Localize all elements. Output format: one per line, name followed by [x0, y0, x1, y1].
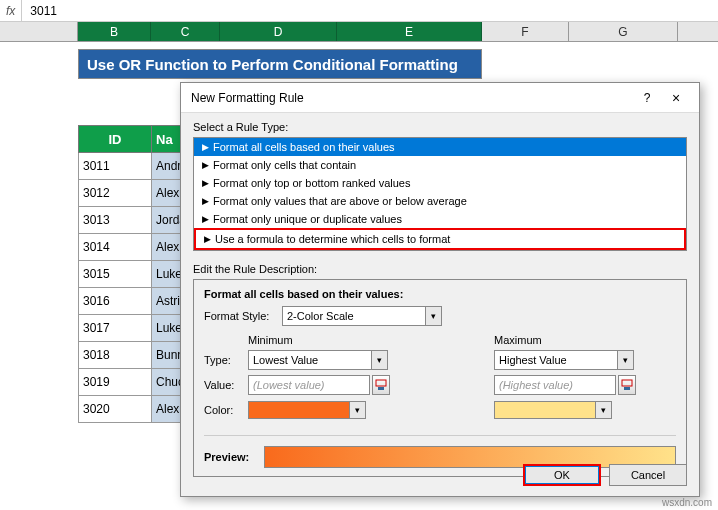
dialog-titlebar[interactable]: New Formatting Rule ? × [181, 83, 699, 113]
rule-item-cells-contain[interactable]: ▶Format only cells that contain [194, 156, 686, 174]
close-button[interactable]: × [659, 90, 693, 106]
select-rule-type-label: Select a Rule Type: [193, 121, 687, 133]
col-header-d[interactable]: D [220, 22, 337, 41]
chevron-down-icon: ▾ [617, 351, 633, 369]
format-style-label: Format Style: [204, 310, 282, 322]
fx-label[interactable]: fx [0, 0, 22, 21]
max-color-picker[interactable]: ▾ [494, 401, 612, 419]
triangle-icon: ▶ [202, 178, 209, 188]
formula-input[interactable]: 3011 [22, 4, 718, 18]
dialog-title-text: New Formatting Rule [191, 91, 635, 105]
min-value-input[interactable]: (Lowest value) [248, 375, 370, 395]
th-id: ID [79, 126, 152, 153]
max-value-input[interactable]: (Highest value) [494, 375, 616, 395]
edit-rule-description-label: Edit the Rule Description: [193, 263, 687, 275]
triangle-icon: ▶ [202, 196, 209, 206]
format-style-combo[interactable]: 2-Color Scale ▾ [282, 306, 442, 326]
ok-button[interactable]: OK [523, 464, 601, 486]
svg-rect-2 [622, 380, 632, 386]
formula-bar: fx 3011 [0, 0, 718, 22]
watermark: wsxdn.com [662, 497, 712, 508]
col-header-b[interactable]: B [78, 22, 151, 41]
format-all-cells-heading: Format all cells based on their values: [204, 288, 676, 300]
range-selector-icon[interactable] [618, 375, 636, 395]
color-label: Color: [204, 404, 248, 416]
triangle-icon: ▶ [202, 160, 209, 170]
chevron-down-icon: ▾ [349, 402, 365, 418]
cancel-button[interactable]: Cancel [609, 464, 687, 486]
rule-item-unique-duplicate[interactable]: ▶Format only unique or duplicate values [194, 210, 686, 228]
type-label: Type: [204, 354, 248, 366]
col-header-c[interactable]: C [151, 22, 220, 41]
column-headers: B C D E F G [0, 22, 718, 42]
svg-rect-0 [376, 380, 386, 386]
svg-rect-1 [378, 387, 384, 390]
row-gutter [0, 22, 78, 41]
min-color-picker[interactable]: ▾ [248, 401, 366, 419]
col-header-e[interactable]: E [337, 22, 482, 41]
col-header-f[interactable]: F [482, 22, 569, 41]
new-formatting-rule-dialog: New Formatting Rule ? × Select a Rule Ty… [180, 82, 700, 497]
rule-item-use-formula[interactable]: ▶Use a formula to determine which cells … [194, 228, 686, 250]
rule-description-box: Format all cells based on their values: … [193, 279, 687, 477]
col-header-g[interactable]: G [569, 22, 678, 41]
chevron-down-icon: ▾ [371, 351, 387, 369]
preview-label: Preview: [204, 451, 264, 463]
range-selector-icon[interactable] [372, 375, 390, 395]
value-label: Value: [204, 379, 248, 391]
triangle-icon: ▶ [202, 214, 209, 224]
title-banner: Use OR Function to Perform Conditional F… [78, 49, 482, 79]
chevron-down-icon: ▾ [425, 307, 441, 325]
min-type-combo[interactable]: Lowest Value▾ [248, 350, 388, 370]
triangle-icon: ▶ [204, 234, 211, 244]
rule-item-top-bottom[interactable]: ▶Format only top or bottom ranked values [194, 174, 686, 192]
help-button[interactable]: ? [635, 91, 659, 105]
maximum-heading: Maximum [494, 334, 676, 346]
max-type-combo[interactable]: Highest Value▾ [494, 350, 634, 370]
rule-item-above-below[interactable]: ▶Format only values that are above or be… [194, 192, 686, 210]
chevron-down-icon: ▾ [595, 402, 611, 418]
rule-type-list[interactable]: ▶Format all cells based on their values … [193, 137, 687, 251]
svg-rect-3 [624, 387, 630, 390]
triangle-icon: ▶ [202, 142, 209, 152]
rule-item-all-cells[interactable]: ▶Format all cells based on their values [194, 138, 686, 156]
minimum-heading: Minimum [248, 334, 414, 346]
